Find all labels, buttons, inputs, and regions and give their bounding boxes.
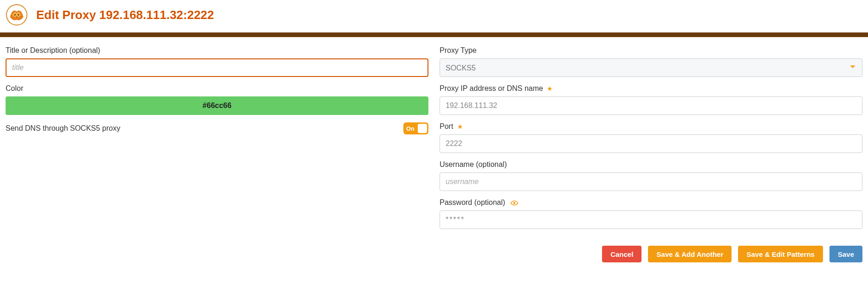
password-label: Password (optional) — [440, 198, 862, 207]
username-label: Username (optional) — [440, 160, 862, 169]
page-title: Edit Proxy 192.168.111.32:2222 — [36, 8, 214, 22]
dns-label: Send DNS through SOCKS5 proxy — [6, 124, 120, 133]
title-label: Title or Description (optional) — [6, 46, 428, 55]
save-button[interactable]: Save — [829, 246, 862, 262]
cancel-button[interactable]: Cancel — [602, 246, 641, 262]
color-field-group: Color #66cc66 — [6, 84, 428, 115]
dns-toggle-text: On — [406, 125, 415, 132]
port-input[interactable] — [440, 134, 862, 153]
toggle-knob-icon — [418, 124, 427, 133]
footer-buttons: Cancel Save & Add Another Save & Edit Pa… — [0, 241, 868, 272]
title-field-group: Title or Description (optional) — [6, 46, 428, 77]
form-area: Title or Description (optional) Color #6… — [0, 37, 868, 241]
header: Edit Proxy 192.168.111.32:2222 — [0, 0, 868, 32]
ip-field-group: Proxy IP address or DNS name ★ — [440, 84, 862, 115]
proxy-type-select[interactable]: SOCKS5 — [440, 58, 862, 77]
port-field-group: Port ★ — [440, 122, 862, 153]
ip-label: Proxy IP address or DNS name ★ — [440, 84, 862, 93]
save-edit-patterns-button[interactable]: Save & Edit Patterns — [738, 246, 823, 262]
title-input[interactable] — [6, 58, 428, 77]
svg-point-3 — [513, 202, 516, 204]
eye-icon[interactable] — [510, 200, 518, 206]
ip-input[interactable] — [440, 96, 862, 115]
left-column: Title or Description (optional) Color #6… — [6, 46, 428, 236]
password-input[interactable] — [440, 210, 862, 229]
required-star-icon: ★ — [457, 123, 463, 130]
color-value-text: #66cc66 — [202, 102, 231, 110]
proxy-type-group: Proxy Type SOCKS5 — [440, 46, 862, 77]
ip-label-text: Proxy IP address or DNS name — [440, 84, 543, 92]
password-label-text: Password (optional) — [440, 198, 505, 206]
required-star-icon: ★ — [547, 85, 553, 92]
save-add-another-button[interactable]: Save & Add Another — [648, 246, 732, 262]
color-swatch-button[interactable]: #66cc66 — [6, 96, 428, 115]
username-field-group: Username (optional) — [440, 160, 862, 191]
username-input[interactable] — [440, 172, 862, 191]
dns-toggle-row: Send DNS through SOCKS5 proxy On — [6, 122, 428, 134]
password-field-group: Password (optional) — [440, 198, 862, 229]
svg-point-1 — [14, 14, 16, 16]
foxyproxy-logo-icon — [6, 4, 28, 26]
port-label-text: Port — [440, 122, 453, 130]
svg-point-2 — [18, 14, 19, 16]
color-label: Color — [6, 84, 428, 93]
right-column: Proxy Type SOCKS5 Proxy IP address or DN… — [440, 46, 862, 236]
dns-toggle[interactable]: On — [403, 122, 428, 134]
proxy-type-label: Proxy Type — [440, 46, 862, 55]
header-divider — [0, 32, 868, 37]
port-label: Port ★ — [440, 122, 862, 131]
